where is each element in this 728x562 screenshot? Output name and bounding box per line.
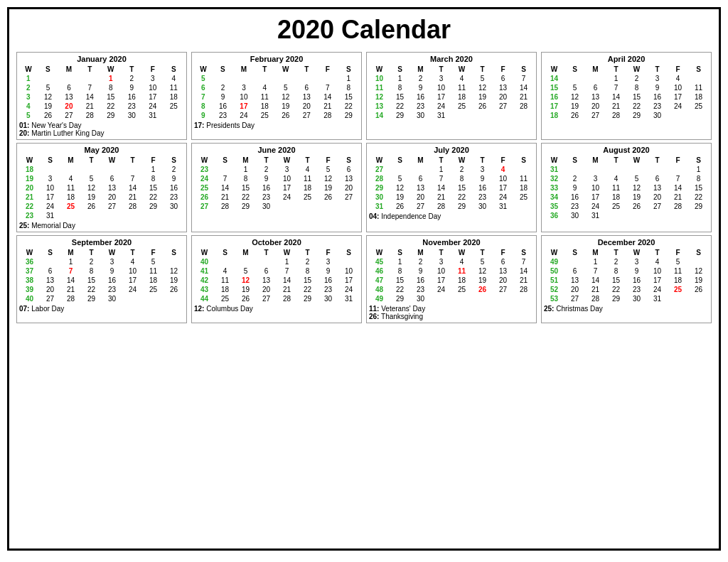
calendar-table: WSMTWTFS14123415567891011161213141516171… [544,65,709,120]
calendar-table: WSMTWTFS49123455067891011125113141516171… [544,248,709,303]
holiday-note: 17: Presidents Day [194,121,359,129]
month-title: April 2020 [544,55,709,63]
holiday-note: 26: Thanksgiving [369,313,534,320]
month-block: November 2020WSMTWTFS4512345674689101112… [366,235,537,323]
page-wrapper: 2020 Calendar January 2020WSMTWTFS112342… [7,7,721,551]
month-block: February 2020WSMTWTFS5162345678791011121… [191,52,362,140]
holiday-note: 07: Labor Day [19,305,184,313]
month-title: May 2020 [19,146,184,154]
month-title: January 2020 [19,55,184,63]
month-title: December 2020 [544,238,709,247]
month-title: June 2020 [194,146,359,154]
month-block: December 2020WSMTWTFS4912345506789101112… [541,235,712,323]
calendar-table: WSMTWTFS11234256789101131213141516171841… [19,65,184,120]
calendar-table: WSMTWTFS51623456787910111213141581617181… [194,65,359,120]
month-block: January 2020WSMTWTFS11234256789101131213… [16,52,187,140]
month-block: September 2020WSMTWTFS361234537678910111… [16,235,187,323]
holiday-notes: 25: Memorial Day [19,222,184,229]
holiday-note: 25: Memorial Day [19,222,184,229]
month-title: November 2020 [369,238,534,247]
holiday-notes: 11: Veterans' Day26: Thanksgiving [369,305,534,320]
holiday-notes: 01: New Year's Day20: Martin Luther King… [19,121,184,137]
holiday-note: 25: Christmas Day [544,305,709,313]
month-title: August 2020 [544,146,709,154]
holiday-notes: 07: Labor Day [19,305,184,313]
month-block: June 2020WSMTWTFS23123456247891011121325… [191,143,362,232]
holiday-notes: 12: Columbus Day [194,305,359,313]
calendar-table: WSMTWTFS45123456746891011121314471516171… [369,248,534,303]
calendar-table: WSMTWTFS40123414567891042111213141516174… [194,248,359,303]
month-title: October 2020 [194,238,359,247]
calendar-table: WSMTWTFS27123428567891011291213141516171… [369,156,534,211]
holiday-note: 20: Martin Luther King Day [19,129,184,137]
calendar-table: WSMTWTFS18121934567892010111213141516211… [19,156,184,220]
calendar-table: WSMTWTFS23123456247891011121325141516171… [194,156,359,211]
holiday-notes: 25: Christmas Day [544,305,709,313]
month-title: February 2020 [194,55,359,63]
month-block: May 2020WSMTWTFS181219345678920101112131… [16,143,187,232]
month-block: August 2020WSMTWTFS311322345678339101112… [541,143,712,232]
calendar-table: WSMTWTFS10123456711891011121314121516171… [369,65,534,120]
month-block: April 2020WSMTWTFS1412341556789101116121… [541,52,712,140]
holiday-notes: 04: Independence Day [369,212,534,220]
holiday-note: 11: Veterans' Day [369,305,534,313]
month-title: March 2020 [369,55,534,63]
holiday-note: 01: New Year's Day [19,121,184,129]
holiday-note: 12: Columbus Day [194,305,359,313]
month-block: March 2020WSMTWTFS1012345671189101112131… [366,52,537,140]
month-title: September 2020 [19,238,184,247]
month-title: July 2020 [369,146,534,154]
holiday-notes: 17: Presidents Day [194,121,359,129]
calendar-container: January 2020WSMTWTFS11234256789101131213… [16,52,712,323]
month-block: July 2020WSMTWTFS27123428567891011291213… [366,143,537,232]
calendar-table: WSMTWTFS36123453767891011123813141516171… [19,248,184,303]
calendar-table: WSMTWTFS31132234567833910111213141534161… [544,156,709,220]
page-title: 2020 Calendar [16,15,712,45]
holiday-note: 04: Independence Day [369,212,534,220]
month-block: October 2020WSMTWTFS40123414567891042111… [191,235,362,323]
